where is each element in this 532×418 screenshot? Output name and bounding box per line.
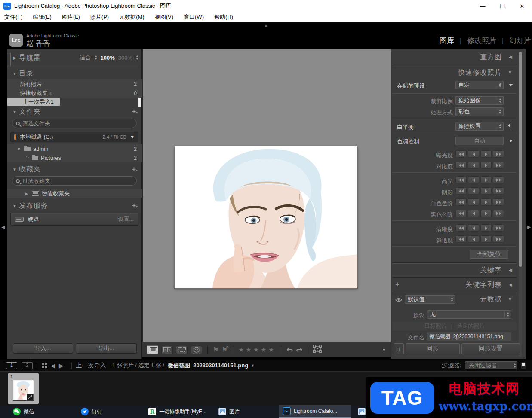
zoom-300-spinner-icon[interactable]: [136, 55, 138, 60]
taskbar-dingtalk[interactable]: 钉钉: [77, 405, 106, 418]
expand-down-icon[interactable]: ▼: [16, 147, 22, 151]
sync-settings-button[interactable]: 同步设置: [461, 343, 520, 354]
tone-control-expand-icon[interactable]: [509, 140, 513, 142]
module-develop[interactable]: 修改照片: [467, 36, 496, 46]
survey-view-icon[interactable]: [176, 346, 188, 354]
thumbnail-image[interactable]: [13, 380, 34, 400]
white-balance-select[interactable]: 原照设置: [455, 122, 504, 131]
flag-reject-icon[interactable]: ⚑✕: [221, 346, 227, 354]
crop-ratio-select[interactable]: 原始图像: [455, 96, 504, 105]
filter-toggle-switch[interactable]: [521, 362, 526, 369]
folder-filter-field[interactable]: [12, 119, 137, 128]
add-publish-service-button[interactable]: +▾: [132, 202, 138, 210]
navigator-header[interactable]: ▶ 导航器 适合 100% 300%: [7, 52, 142, 63]
decrease-large-button[interactable]: [455, 198, 467, 206]
import-button[interactable]: 导入...: [13, 343, 73, 354]
filmstrip-thumbnail-cell[interactable]: 1: [8, 373, 39, 404]
decrease-button[interactable]: [468, 235, 479, 243]
rotate-right-icon[interactable]: ↪: [296, 345, 302, 354]
decrease-button[interactable]: [468, 224, 479, 232]
compare-view-icon[interactable]: XY: [161, 346, 173, 354]
decrease-button[interactable]: [468, 187, 479, 195]
increase-large-button[interactable]: [493, 176, 504, 183]
decrease-large-button[interactable]: [455, 187, 467, 195]
adjustment-badge-icon[interactable]: [27, 394, 34, 400]
close-button[interactable]: ✕: [512, 0, 532, 12]
metadata-header[interactable]: 默认值 元数据 ▼: [391, 295, 518, 305]
increase-button[interactable]: [480, 210, 492, 217]
decrease-button[interactable]: [468, 198, 479, 206]
treatment-select[interactable]: 彩色: [455, 107, 504, 116]
catalog-item-quick-collection[interactable]: 快捷收藏夹 + 0: [7, 88, 142, 98]
increase-button[interactable]: [480, 150, 492, 158]
saved-preset-expand-icon[interactable]: [509, 84, 513, 86]
decrease-button[interactable]: [468, 210, 479, 217]
right-scrollbar[interactable]: [519, 51, 522, 357]
menu-help[interactable]: 帮助(H): [214, 13, 233, 21]
auto-tone-button[interactable]: 自动: [455, 137, 504, 145]
loupe-view-area[interactable]: [142, 49, 391, 342]
filmstrip-source[interactable]: 上一次导入: [76, 362, 106, 369]
selected-photos-tab[interactable]: 选定的照片: [457, 322, 485, 330]
increase-button[interactable]: [480, 187, 492, 195]
increase-large-button[interactable]: [493, 235, 504, 243]
navigate-frame-icon[interactable]: [313, 345, 322, 354]
panel-bottom-collapse-icon[interactable]: [455, 338, 459, 340]
sync-mode-icon[interactable]: ▯: [394, 343, 404, 354]
zoom-fit-spinner-icon[interactable]: [95, 55, 97, 60]
white-balance-expand-icon[interactable]: [508, 123, 510, 128]
keyword-list-header[interactable]: + 关键字列表 ◀: [391, 281, 518, 291]
menu-library[interactable]: 图库(L): [62, 13, 80, 21]
catalog-item-all-photos[interactable]: 所有照片 2: [7, 79, 142, 88]
decrease-large-button[interactable]: [455, 210, 467, 217]
photo-loupe-image[interactable]: [175, 146, 357, 288]
eye-icon[interactable]: [395, 298, 402, 302]
filter-select[interactable]: 关闭过滤器: [465, 361, 517, 369]
previous-photo-icon[interactable]: ◀: [51, 362, 55, 369]
add-folder-button[interactable]: +▾: [132, 108, 138, 116]
smart-collections-row[interactable]: ▶ 智能收藏夹: [7, 189, 142, 198]
increase-button[interactable]: [480, 198, 492, 206]
folders-header[interactable]: ▼ 文件夹 +▾: [7, 107, 142, 117]
left-scrollbar-thumb[interactable]: [138, 98, 141, 107]
module-slideshow[interactable]: 幻灯片: [509, 36, 531, 46]
increase-large-button[interactable]: [493, 210, 504, 217]
collection-filter-field[interactable]: [12, 176, 137, 186]
increase-button[interactable]: [480, 235, 492, 243]
volume-browser[interactable]: 本地磁盘 (C:) 2.4 / 70 GB ▼: [10, 132, 138, 142]
increase-button[interactable]: [480, 176, 492, 183]
decrease-large-button[interactable]: [455, 150, 467, 158]
filmstrip-filename[interactable]: 微信截图_20230301140151.png: [168, 362, 248, 369]
folder-filter-input[interactable]: [22, 120, 133, 127]
filmstrip-dropdown-icon[interactable]: ▼: [251, 363, 255, 368]
metadata-preset-select[interactable]: 无: [427, 310, 511, 319]
taskbar-wechat[interactable]: 微信: [9, 405, 38, 418]
zoom-300-option[interactable]: 300%: [118, 55, 132, 61]
decrease-large-button[interactable]: [455, 176, 467, 183]
folder-row-admin[interactable]: ▼ admin 2: [7, 144, 142, 153]
next-photo-icon[interactable]: ▶: [59, 362, 64, 369]
reset-all-button[interactable]: 全部复位: [470, 250, 508, 259]
add-collection-button[interactable]: +▾: [132, 165, 138, 173]
menu-file[interactable]: 文件(F): [4, 13, 23, 21]
target-photo-tab[interactable]: 目标照片: [424, 322, 447, 330]
star-rating[interactable]: ★★★★★: [238, 346, 276, 354]
increase-large-button[interactable]: [493, 150, 504, 158]
menu-metadata[interactable]: 元数据(M): [119, 13, 145, 21]
top-panel-collapse-arrow[interactable]: ▲: [0, 22, 532, 29]
increase-large-button[interactable]: [493, 198, 504, 206]
increase-button[interactable]: [480, 224, 492, 232]
loupe-view-icon[interactable]: [147, 345, 158, 354]
taskbar-lightroom[interactable]: Lrc Lightroom Catalo...: [279, 405, 351, 418]
rotate-left-icon[interactable]: ↩: [286, 345, 293, 354]
quick-develop-header[interactable]: 快速修改照片 ▼: [391, 68, 518, 79]
histogram-header[interactable]: 直方图 ◀: [391, 53, 518, 63]
add-keyword-button[interactable]: +: [395, 281, 399, 288]
right-panel-collapse-arrow[interactable]: ▶: [527, 224, 531, 230]
metadata-view-select[interactable]: 默认值: [405, 295, 455, 304]
collections-header[interactable]: ▼ 收藏夹 +▾: [7, 164, 142, 174]
grid-view-shortcut-icon[interactable]: [42, 363, 47, 368]
publish-hard-drive-row[interactable]: 硬盘 设置...: [10, 213, 138, 226]
decrease-large-button[interactable]: [455, 224, 467, 232]
increase-large-button[interactable]: [493, 187, 504, 195]
